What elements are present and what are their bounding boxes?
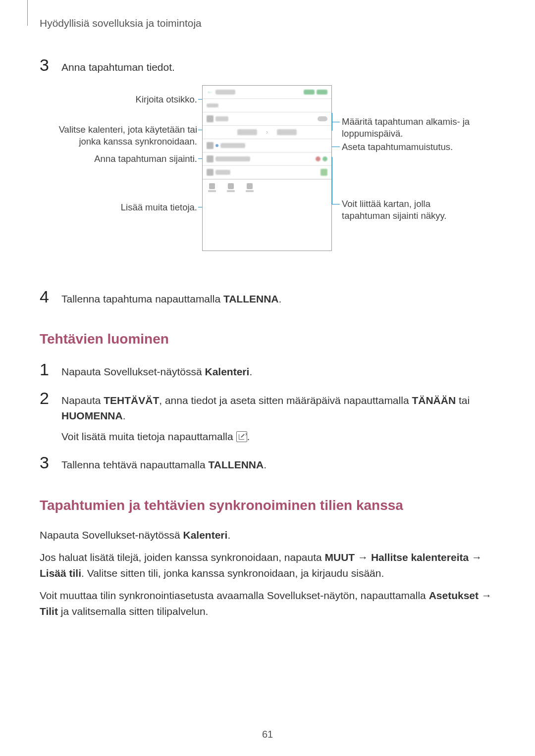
callout-map-label: Voit liittää kartan, jolla tapahtuman si… — [342, 198, 481, 222]
running-header: Hyödyllisiä sovelluksia ja toimintoja — [40, 17, 495, 29]
heading-sync: Tapahtumien ja tehtävien synkronoiminen … — [40, 498, 495, 513]
callout-more-label: Lisää muita tietoja. — [40, 202, 197, 213]
step-4: 4 Tallenna tapahtuma napauttamalla TALLE… — [40, 288, 495, 307]
step-text: Tallenna tapahtuma napauttamalla TALLENN… — [61, 288, 281, 307]
mock-topbar: ← — [203, 86, 331, 99]
callout-title-label: Kirjoita otsikko. — [40, 94, 197, 105]
mock-location-row — [203, 166, 331, 179]
mock-allday-row — [203, 112, 331, 126]
mock-title-row — [203, 99, 331, 112]
mock-dates-row: › — [203, 126, 331, 139]
mock-calendar-row — [203, 139, 331, 152]
callout-location-label: Anna tapahtuman sijainti. — [40, 153, 197, 165]
sync-paragraph-1: Napauta Sovellukset-näytössä Kalenteri. — [40, 527, 495, 543]
page-number: 61 — [0, 729, 535, 740]
map-icon — [321, 169, 327, 176]
task-step-2: 2 Napauta TEHTÄVÄT, anna tiedot ja aseta… — [40, 390, 495, 445]
step-number: 3 — [40, 454, 52, 471]
expand-icon — [236, 431, 247, 442]
step-3: 3 Anna tapahtuman tiedot. — [40, 56, 495, 75]
task-step-1: 1 Napauta Sovellukset-näytössä Kalenteri… — [40, 361, 495, 380]
clock-icon — [207, 115, 214, 122]
step-number: 1 — [40, 361, 52, 378]
step-text: Napauta Sovellukset-näytössä Kalenteri. — [61, 361, 252, 380]
step-number: 4 — [40, 288, 52, 305]
callout-line — [332, 157, 332, 204]
page-edge-rule — [27, 0, 28, 26]
callout-dates-label: Määritä tapahtuman alkamis- ja loppumisp… — [342, 116, 481, 140]
step-text: Napauta TEHTÄVÄT, anna tiedot ja aseta s… — [61, 390, 495, 445]
callout-calendar-label: Valitse kalenteri, jota käytetään tai jo… — [40, 124, 197, 148]
callout-line — [332, 113, 332, 131]
sync-paragraph-3: Voit muuttaa tilin synkronointiasetusta … — [40, 588, 495, 619]
sync-paragraph-2: Jos haluat lisätä tilejä, joiden kanssa … — [40, 550, 495, 581]
mock-tab — [223, 181, 238, 195]
page-content: Hyödyllisiä sovelluksia ja toimintoja 3 … — [0, 0, 535, 619]
mock-reminder-row — [203, 152, 331, 166]
callout-reminder-label: Aseta tapahtumamuistutus. — [342, 141, 481, 153]
step-text: Tallenna tehtävä napauttamalla TALLENNA. — [61, 454, 267, 473]
mock-tab — [205, 181, 219, 195]
step-text: Anna tapahtuman tiedot. — [61, 56, 175, 75]
mock-tabs-row — [203, 179, 331, 196]
calendar-icon — [207, 142, 214, 149]
toggle-icon — [318, 116, 327, 121]
bell-icon — [207, 155, 214, 162]
step-number: 3 — [40, 56, 52, 73]
phone-mockup: ← › — [202, 85, 332, 251]
callout-line — [332, 204, 340, 204]
step-number: 2 — [40, 390, 52, 406]
heading-tasks: Tehtävien luominen — [40, 331, 495, 347]
mock-tab — [242, 181, 257, 195]
task-step-3: 3 Tallenna tehtävä napauttamalla TALLENN… — [40, 454, 495, 473]
pin-icon — [207, 169, 214, 176]
event-editor-diagram: Kirjoita otsikko. Valitse kalenteri, jot… — [40, 85, 495, 268]
callout-line — [332, 122, 340, 122]
